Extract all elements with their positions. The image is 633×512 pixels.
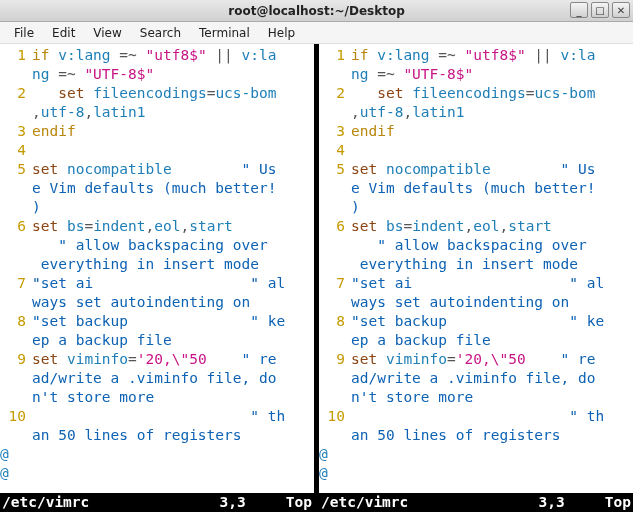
- status-cursor: 3,3: [220, 493, 246, 512]
- terminal-window: root@localhost:~/Desktop _ □ ✕ File Edit…: [0, 0, 633, 512]
- left-pane[interactable]: 1if v:lang =~ "utf8$" || v:lang =~ "UTF-…: [0, 44, 314, 512]
- minimize-button[interactable]: _: [570, 2, 588, 18]
- status-scroll: Top: [286, 493, 312, 512]
- menu-edit[interactable]: Edit: [44, 24, 83, 42]
- menu-view[interactable]: View: [85, 24, 129, 42]
- menu-terminal[interactable]: Terminal: [191, 24, 258, 42]
- menu-search[interactable]: Search: [132, 24, 189, 42]
- status-scroll: Top: [605, 493, 631, 512]
- statusbar-left: /etc/vimrc 3,3 Top: [0, 493, 314, 512]
- right-pane[interactable]: 1if v:lang =~ "utf8$" || v:lang =~ "UTF-…: [319, 44, 633, 512]
- titlebar: root@localhost:~/Desktop _ □ ✕: [0, 0, 633, 22]
- vim-editor[interactable]: 1if v:lang =~ "utf8$" || v:lang =~ "UTF-…: [0, 44, 633, 512]
- window-title: root@localhost:~/Desktop: [0, 4, 633, 18]
- code-right[interactable]: 1if v:lang =~ "utf8$" || v:lang =~ "UTF-…: [319, 44, 633, 493]
- status-filename: /etc/vimrc: [321, 493, 408, 512]
- code-left[interactable]: 1if v:lang =~ "utf8$" || v:lang =~ "UTF-…: [0, 44, 314, 493]
- close-button[interactable]: ✕: [612, 2, 630, 18]
- menu-help[interactable]: Help: [260, 24, 303, 42]
- status-cursor: 3,3: [539, 493, 565, 512]
- status-filename: /etc/vimrc: [2, 493, 89, 512]
- menu-file[interactable]: File: [6, 24, 42, 42]
- menubar: File Edit View Search Terminal Help: [0, 22, 633, 44]
- window-controls: _ □ ✕: [570, 2, 630, 18]
- statusbar-right: /etc/vimrc 3,3 Top: [319, 493, 633, 512]
- maximize-button[interactable]: □: [591, 2, 609, 18]
